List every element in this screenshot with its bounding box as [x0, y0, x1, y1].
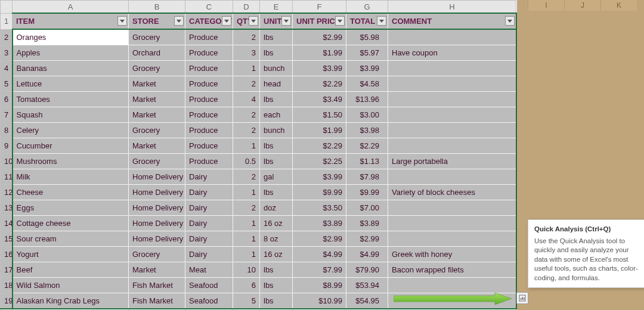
- cell-unit-price[interactable]: $3.89: [293, 216, 346, 231]
- cell-qty[interactable]: 2: [233, 76, 260, 92]
- cell-total[interactable]: $1.13: [346, 154, 388, 169]
- cell-comment[interactable]: [388, 107, 516, 123]
- cell-qty[interactable]: 3: [233, 45, 260, 61]
- cell-store[interactable]: Home Delivery: [129, 200, 185, 216]
- cell-comment[interactable]: Greek with honey: [388, 247, 516, 262]
- cell-store[interactable]: Grocery: [129, 61, 185, 76]
- cell-unit-price[interactable]: $3.99: [293, 169, 346, 185]
- cell-store[interactable]: Orchard: [129, 45, 185, 61]
- cell-category[interactable]: Produce: [185, 138, 233, 154]
- col-header-G[interactable]: G: [346, 1, 388, 14]
- cell-comment[interactable]: [388, 169, 516, 185]
- row-header-1[interactable]: 1: [1, 13, 13, 29]
- cell-item[interactable]: Eggs: [13, 200, 129, 216]
- filter-category[interactable]: [222, 16, 231, 26]
- cell-unit[interactable]: 8 oz: [260, 231, 293, 247]
- category-header[interactable]: CATEGORY: [185, 13, 233, 29]
- cell-comment[interactable]: [388, 123, 516, 138]
- cell-item[interactable]: Yogurt: [13, 247, 129, 262]
- cell-unit-price[interactable]: $7.99: [293, 262, 346, 278]
- cell-qty[interactable]: 2: [233, 200, 260, 216]
- cell-unit[interactable]: lbs: [260, 262, 293, 278]
- row-header-9[interactable]: 9: [1, 138, 13, 154]
- cell-unit[interactable]: each: [260, 107, 293, 123]
- cell-store[interactable]: Grocery: [129, 123, 185, 138]
- cell-total[interactable]: $7.98: [346, 169, 388, 185]
- cell-category[interactable]: Seafood: [185, 278, 233, 293]
- cell-comment[interactable]: [388, 200, 516, 216]
- cell-category[interactable]: Dairy: [185, 231, 233, 247]
- cell-store[interactable]: Fish Market: [129, 293, 185, 309]
- cell-unit[interactable]: lbs: [260, 154, 293, 169]
- cell-comment[interactable]: Variety of block cheeses: [388, 185, 516, 200]
- cell-unit-price[interactable]: $9.99: [293, 185, 346, 200]
- cell-unit[interactable]: gal: [260, 169, 293, 185]
- cell-comment[interactable]: [388, 138, 516, 154]
- cell-item[interactable]: Tomatoes: [13, 92, 129, 107]
- cell-category[interactable]: Produce: [185, 107, 233, 123]
- cell-unit[interactable]: lbs: [260, 278, 293, 293]
- cell-unit-price[interactable]: $2.29: [293, 76, 346, 92]
- cell-total[interactable]: $54.95: [346, 293, 388, 309]
- cell-item[interactable]: Cottage cheese: [13, 216, 129, 231]
- store-header[interactable]: STORE: [129, 13, 185, 29]
- cell-unit[interactable]: lbs: [260, 45, 293, 61]
- cell-store[interactable]: Market: [129, 262, 185, 278]
- cell-comment[interactable]: [388, 29, 516, 45]
- cell-unit-price[interactable]: $8.99: [293, 278, 346, 293]
- filter-store[interactable]: [174, 16, 184, 26]
- total-header[interactable]: TOTAL: [346, 13, 388, 29]
- col-header-I[interactable]: I: [528, 0, 564, 11]
- row-header-10[interactable]: 10: [1, 154, 13, 169]
- cell-unit-price[interactable]: $2.99: [293, 231, 346, 247]
- cell-item[interactable]: Alaskan King Crab Legs: [13, 293, 129, 309]
- cell-category[interactable]: Dairy: [185, 200, 233, 216]
- cell-qty[interactable]: 5: [233, 293, 260, 309]
- row-header-18[interactable]: 18: [1, 278, 13, 293]
- cell-item[interactable]: Beef: [13, 262, 129, 278]
- row-header-13[interactable]: 13: [1, 200, 13, 216]
- cell-unit-price[interactable]: $2.25: [293, 154, 346, 169]
- item-header[interactable]: ITEM: [13, 13, 129, 29]
- filter-unit_price[interactable]: [335, 16, 345, 26]
- select-all-corner[interactable]: [1, 1, 13, 14]
- cell-category[interactable]: Produce: [185, 92, 233, 107]
- cell-category[interactable]: Seafood: [185, 293, 233, 309]
- filter-comment[interactable]: [505, 16, 515, 26]
- filter-unit[interactable]: [281, 16, 291, 26]
- cell-unit[interactable]: lbs: [260, 92, 293, 107]
- cell-item[interactable]: Cucumber: [13, 138, 129, 154]
- cell-total[interactable]: $4.58: [346, 76, 388, 92]
- cell-comment[interactable]: [388, 92, 516, 107]
- col-header-F[interactable]: F: [293, 1, 346, 14]
- cell-qty[interactable]: 1: [233, 247, 260, 262]
- cell-total[interactable]: $5.97: [346, 45, 388, 61]
- cell-unit[interactable]: lbs: [260, 138, 293, 154]
- col-header-H[interactable]: H: [388, 1, 516, 14]
- row-header-15[interactable]: 15: [1, 231, 13, 247]
- col-header-C[interactable]: C: [185, 1, 233, 14]
- row-header-6[interactable]: 6: [1, 92, 13, 107]
- row-header-5[interactable]: 5: [1, 76, 13, 92]
- cell-total[interactable]: $4.99: [346, 247, 388, 262]
- cell-qty[interactable]: 4: [233, 92, 260, 107]
- cell-comment[interactable]: [388, 61, 516, 76]
- cell-total[interactable]: $3.89: [346, 216, 388, 231]
- cell-unit-price[interactable]: $2.29: [293, 138, 346, 154]
- cell-item[interactable]: Oranges: [13, 29, 129, 45]
- cell-comment[interactable]: Bacon wrapped filets: [388, 262, 516, 278]
- cell-comment[interactable]: Have coupon: [388, 45, 516, 61]
- cell-item[interactable]: Mushrooms: [13, 154, 129, 169]
- cell-total[interactable]: $3.98: [346, 123, 388, 138]
- cell-comment[interactable]: [388, 231, 516, 247]
- cell-item[interactable]: Wild Salmon: [13, 278, 129, 293]
- cell-store[interactable]: Market: [129, 92, 185, 107]
- cell-store[interactable]: Grocery: [129, 29, 185, 45]
- cell-qty[interactable]: 0.5: [233, 154, 260, 169]
- cell-unit-price[interactable]: $4.99: [293, 247, 346, 262]
- cell-total[interactable]: $5.98: [346, 29, 388, 45]
- cell-qty[interactable]: 1: [233, 231, 260, 247]
- quick-analysis-button[interactable]: [516, 292, 528, 304]
- cell-total[interactable]: $13.96: [346, 92, 388, 107]
- col-header-E[interactable]: E: [260, 1, 293, 14]
